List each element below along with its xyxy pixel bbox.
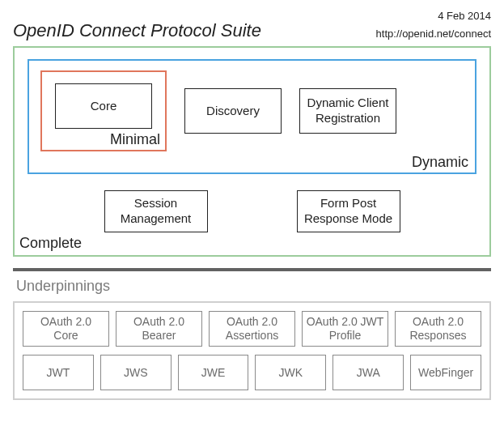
date: 4 Feb 2014 <box>376 8 491 24</box>
underpinning-jwe: JWE <box>178 355 249 390</box>
dynamic-group: Core Minimal Discovery Dynamic Client Re… <box>28 59 476 174</box>
underpinnings-row-2: JWT JWS JWE JWK JWA WebFinger <box>23 355 481 390</box>
reference-url: http://openid.net/connect <box>376 28 491 40</box>
underpinning-jws: JWS <box>100 355 172 390</box>
underpinnings-group: OAuth 2.0 Core OAuth 2.0 Bearer OAuth 2.… <box>13 301 491 400</box>
spec-form-post-response-mode: Form Post Response Mode <box>297 190 400 232</box>
underpinnings-row-1: OAuth 2.0 Core OAuth 2.0 Bearer OAuth 2.… <box>23 311 481 347</box>
section-divider <box>13 268 491 271</box>
spec-core: Core <box>55 83 152 129</box>
page-title: OpenID Connect Protocol Suite <box>13 20 261 41</box>
underpinning-jwk: JWK <box>255 355 326 390</box>
minimal-label: Minimal <box>110 131 160 148</box>
underpinning-oauth-responses: OAuth 2.0 Responses <box>395 311 481 347</box>
underpinning-webfinger: WebFinger <box>410 355 481 390</box>
dynamic-label: Dynamic <box>412 154 468 171</box>
header-meta: 4 Feb 2014 http://openid.net/connect <box>376 8 491 41</box>
header: OpenID Connect Protocol Suite 4 Feb 2014… <box>13 8 491 41</box>
spec-dynamic-client-registration: Dynamic Client Registration <box>299 88 396 134</box>
spec-dcr-wrap: Dynamic Client Registration <box>299 70 396 151</box>
underpinnings-title: Underpinnings <box>16 278 491 295</box>
underpinning-jwt: JWT <box>23 355 94 390</box>
complete-group: Core Minimal Discovery Dynamic Client Re… <box>13 46 491 257</box>
underpinning-jwa: JWA <box>332 355 404 390</box>
complete-extra-row: Session Management Form Post Response Mo… <box>28 190 476 232</box>
spec-discovery-wrap: Discovery <box>184 70 282 151</box>
minimal-group: Core Minimal <box>40 70 167 151</box>
spec-discovery: Discovery <box>184 88 282 134</box>
underpinning-oauth-bearer: OAuth 2.0 Bearer <box>116 311 202 347</box>
underpinning-oauth-assertions: OAuth 2.0 Assertions <box>209 311 295 347</box>
underpinning-oauth-core: OAuth 2.0 Core <box>23 311 109 347</box>
spec-session-management: Session Management <box>104 190 208 232</box>
complete-label: Complete <box>19 235 82 252</box>
underpinning-oauth-jwt-profile: OAuth 2.0 JWT Profile <box>302 311 388 347</box>
